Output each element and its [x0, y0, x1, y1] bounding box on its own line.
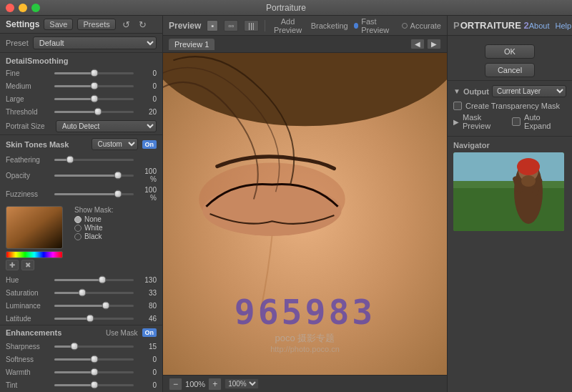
tint-value: 0 — [137, 381, 157, 389]
softness-value: 0 — [137, 356, 157, 363]
slider-row-saturation: Saturation 33 — [0, 286, 162, 299]
output-layer-select[interactable]: Current Layer New Layer — [492, 85, 566, 97]
maximize-button[interactable] — [31, 4, 40, 12]
preview-tab-1[interactable]: Preview 1 — [169, 39, 214, 50]
next-nav-btn[interactable]: ▶ — [427, 39, 441, 49]
accurate-dot — [402, 23, 408, 29]
mask-preview-label[interactable]: Mask Preview — [463, 113, 508, 130]
preview-tab-bar: Preview 1 ◀ ▶ — [163, 36, 447, 53]
threshold-slider[interactable] — [54, 107, 134, 117]
svg-rect-5 — [453, 188, 564, 231]
fuzziness-slider[interactable] — [54, 189, 134, 199]
close-button[interactable] — [6, 4, 14, 12]
slider-row-hue: Hue 130 — [0, 273, 162, 286]
slider-row-medium: Medium 0 — [0, 79, 162, 92]
enhancements-title: Enhancements — [6, 328, 102, 337]
preset-select[interactable]: Default — [33, 36, 157, 49]
create-transparency-row: Create Transparency Mask — [453, 100, 566, 112]
auto-expand-checkbox[interactable] — [512, 117, 521, 126]
color-strip[interactable] — [6, 251, 63, 258]
latitude-slider[interactable] — [54, 313, 134, 323]
output-section: ▼ Output Current Layer New Layer Create … — [448, 80, 572, 136]
luminance-value: 80 — [137, 302, 157, 310]
add-preview-button[interactable]: Add Preview — [270, 17, 305, 34]
skin-tones-mask-header: Skin Tones Mask Custom On — [0, 134, 162, 153]
luminance-label: Luminance — [6, 302, 51, 310]
mask-white-radio[interactable] — [74, 225, 82, 232]
output-header: ▼ Output Current Layer New Layer — [453, 85, 566, 97]
mask-none-option[interactable]: None — [74, 215, 113, 223]
show-mask-label: Show Mask: — [74, 206, 113, 214]
traffic-lights — [6, 4, 40, 12]
latitude-value: 46 — [137, 315, 157, 323]
hue-slider[interactable] — [54, 275, 134, 285]
svg-point-9 — [517, 158, 540, 175]
bracketing-button[interactable]: Bracketing — [311, 21, 348, 30]
dropper-add-btn[interactable]: ✚ — [6, 260, 19, 270]
auto-expand-label: Auto Expand — [524, 113, 566, 130]
titlebar: Portraiture — [0, 0, 572, 16]
mask-black-radio[interactable] — [74, 233, 82, 240]
sharpness-slider[interactable] — [54, 341, 134, 351]
fast-preview-dot — [354, 23, 359, 29]
slider-row-latitude: Latitude 46 — [0, 312, 162, 325]
zoom-plus-btn[interactable]: + — [208, 378, 222, 391]
right-btn-area: OK Cancel — [448, 36, 572, 80]
settings-label: Settings — [6, 19, 39, 29]
mask-none-radio[interactable] — [74, 216, 82, 223]
watermark: 965983 poco 摄影专题 http://photo.poco.cn — [235, 292, 375, 353]
create-transparency-checkbox[interactable] — [453, 102, 462, 110]
slider-row-threshold: Threshold 20 — [0, 105, 162, 118]
opacity-slider[interactable] — [54, 170, 134, 180]
skin-tones-preset-select[interactable]: Custom — [92, 138, 138, 150]
slider-row-large: Large 0 — [0, 92, 162, 105]
right-header: PORTRAITURE 2 About Help — [448, 16, 572, 36]
about-link[interactable]: About — [529, 21, 550, 30]
slider-row-opacity: Opacity 100 % — [0, 166, 162, 185]
large-slider[interactable] — [54, 94, 134, 104]
hue-label: Hue — [6, 276, 51, 284]
prev-nav-btn[interactable]: ◀ — [410, 39, 425, 49]
warmth-slider[interactable] — [54, 367, 134, 377]
luminance-slider[interactable] — [54, 300, 134, 310]
medium-label: Medium — [6, 82, 51, 90]
ok-button[interactable]: OK — [485, 44, 535, 59]
slider-row-softness: Softness 0 — [0, 353, 162, 366]
navigator-thumbnail[interactable] — [453, 152, 564, 231]
mask-black-option[interactable]: Black — [74, 232, 113, 240]
fine-slider[interactable] — [54, 68, 134, 78]
help-link[interactable]: Help — [556, 21, 572, 30]
large-value: 0 — [137, 95, 157, 103]
save-button[interactable]: Save — [44, 19, 73, 30]
cancel-button[interactable]: Cancel — [485, 63, 535, 77]
softness-slider[interactable] — [54, 354, 134, 364]
split-view-btn[interactable]: ▫▫ — [224, 20, 238, 31]
mask-white-option[interactable]: White — [74, 224, 113, 232]
presets-button[interactable]: Presets — [77, 19, 115, 30]
fast-preview-radio[interactable]: Fast Preview — [354, 17, 396, 34]
feathering-slider[interactable] — [54, 155, 134, 165]
zoom-select[interactable]: 100% 50% 200% Fit — [225, 378, 259, 389]
tint-slider[interactable] — [54, 380, 134, 390]
feathering-label: Feathering — [6, 156, 51, 164]
tint-label: Tint — [6, 381, 51, 389]
fuzziness-value: 100 % — [137, 186, 157, 202]
minimize-button[interactable] — [19, 4, 27, 12]
zoom-minus-btn[interactable]: − — [169, 378, 182, 391]
hue-value: 130 — [137, 276, 157, 284]
redo-button[interactable]: ↻ — [137, 19, 149, 30]
single-view-btn[interactable]: ▪ — [207, 20, 218, 31]
warmth-label: Warmth — [6, 368, 51, 376]
output-arrow-icon: ▼ — [453, 87, 460, 95]
left-panel: Settings Save Presets ↺ ↻ Preset Default… — [0, 16, 163, 392]
portrait-size-select[interactable]: Auto Detect — [56, 120, 157, 132]
medium-slider[interactable] — [54, 81, 134, 91]
color-gradient[interactable] — [6, 206, 63, 249]
undo-button[interactable]: ↺ — [120, 19, 132, 30]
accurate-radio[interactable]: Accurate — [402, 21, 441, 30]
watermark-code: 965983 — [235, 292, 375, 332]
side-view-btn[interactable]: ||| — [244, 20, 259, 31]
saturation-slider[interactable] — [54, 288, 134, 298]
dropper-sub-btn[interactable]: ✖ — [21, 260, 34, 270]
slider-row-feathering: Feathering — [0, 153, 162, 166]
